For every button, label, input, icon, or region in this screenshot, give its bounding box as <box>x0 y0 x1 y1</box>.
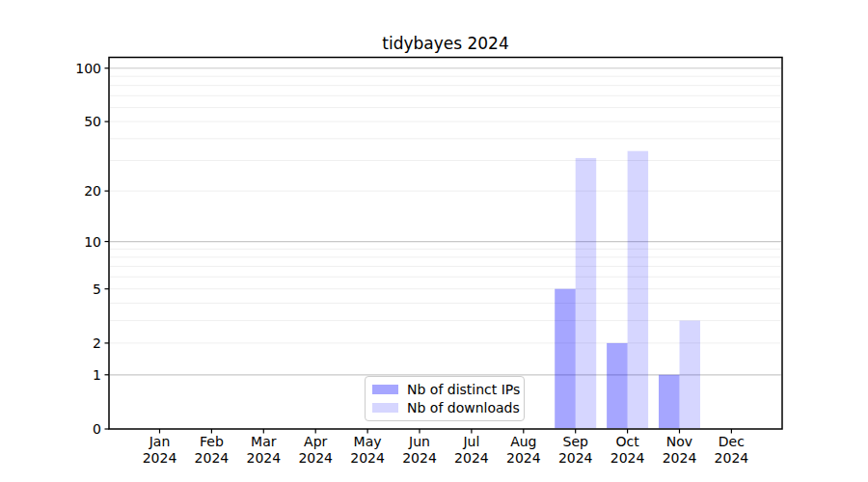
x-tick-year-jul: 2024 <box>454 450 489 466</box>
x-tick-year-oct: 2024 <box>610 450 645 466</box>
x-tick-label-oct: Oct <box>615 434 639 449</box>
bar-distinct-ips-oct <box>607 343 628 428</box>
y-tick-label-1: 1 <box>93 367 101 383</box>
x-tick-year-jun: 2024 <box>402 450 437 466</box>
y-tick-label-5: 5 <box>93 281 101 297</box>
figure: 0125102050100Jan2024Feb2024Mar2024Apr202… <box>0 0 868 482</box>
x-tick-label-jun: Jun <box>408 434 430 449</box>
legend: Nb of distinct IPs Nb of downloads <box>365 376 525 421</box>
legend-swatch-downloads <box>372 403 398 413</box>
y-tick-label-0: 0 <box>93 421 101 437</box>
x-tick-year-apr: 2024 <box>298 450 333 466</box>
y-tick-label-2: 2 <box>93 335 101 351</box>
x-tick-label-sep: Sep <box>563 434 589 449</box>
legend-label-downloads: Nb of downloads <box>407 400 520 415</box>
y-tick-label-10: 10 <box>84 234 101 250</box>
chart-title: tidybayes 2024 <box>109 34 782 53</box>
x-tick-year-sep: 2024 <box>558 450 593 466</box>
x-tick-year-mar: 2024 <box>246 450 281 466</box>
x-tick-year-feb: 2024 <box>195 450 230 466</box>
x-tick-year-aug: 2024 <box>506 450 541 466</box>
bar-distinct-ips-nov <box>659 375 680 428</box>
x-tick-year-dec: 2024 <box>715 450 749 466</box>
x-tick-label-mar: Mar <box>251 434 277 449</box>
x-tick-year-jan: 2024 <box>143 450 177 466</box>
bar-downloads-nov <box>680 321 701 429</box>
bar-distinct-ips-sep <box>555 289 576 429</box>
x-tick-label-jan: Jan <box>149 434 171 449</box>
x-tick-label-nov: Nov <box>666 434 692 449</box>
x-tick-label-apr: Apr <box>304 434 327 449</box>
x-tick-label-dec: Dec <box>719 434 745 449</box>
bar-downloads-oct <box>628 151 649 429</box>
y-tick-label-20: 20 <box>84 183 101 199</box>
legend-item-distinct-ips: Nb of distinct IPs <box>372 382 516 397</box>
x-tick-label-jul: Jul <box>462 434 479 449</box>
x-tick-label-feb: Feb <box>200 434 224 449</box>
x-tick-label-aug: Aug <box>510 434 536 449</box>
legend-label-distinct-ips: Nb of distinct IPs <box>407 382 520 397</box>
bars-group <box>555 151 700 429</box>
x-tick-label-may: May <box>354 434 382 449</box>
y-tick-label-50: 50 <box>84 114 101 129</box>
legend-swatch-distinct-ips <box>372 385 398 394</box>
y-tick-label-100: 100 <box>75 61 101 76</box>
x-tick-year-may: 2024 <box>350 450 385 466</box>
bar-downloads-sep <box>576 158 597 428</box>
legend-item-downloads: Nb of downloads <box>372 400 516 415</box>
x-tick-year-nov: 2024 <box>663 450 697 466</box>
